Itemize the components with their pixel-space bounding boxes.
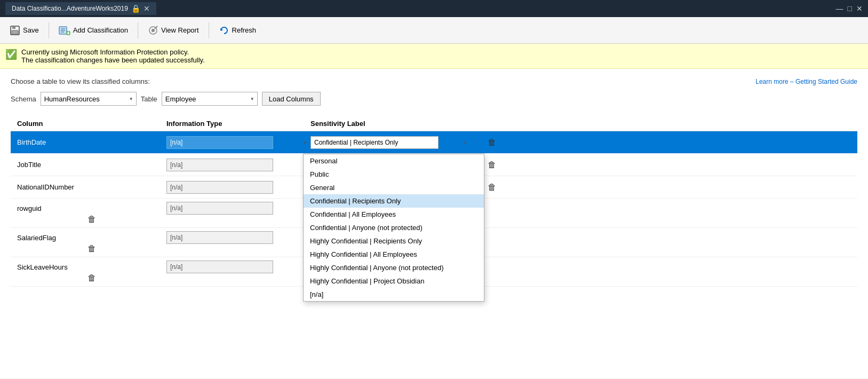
col-header-sensitivity: Sensitivity Label	[310, 120, 471, 128]
sensitivity-select-birthdate[interactable]: Confidential | Recipients Only	[310, 136, 439, 149]
minimize-button[interactable]: —	[836, 4, 843, 13]
toolbar-separator-2	[138, 22, 138, 38]
delete-button-rowguid[interactable]: 🗑	[17, 215, 166, 224]
view-report-button[interactable]: View Report	[142, 23, 204, 38]
toolbar-separator-3	[209, 22, 209, 38]
info-type-wrapper-salaried: [n/a]	[166, 231, 310, 244]
table-select[interactable]: Employee	[162, 92, 258, 106]
notification-line2: The classification changes have been upd…	[21, 56, 205, 64]
row-column-name: SalariedFlag	[17, 234, 166, 242]
row-column-name: rowguid	[17, 204, 166, 212]
row-column-name: SickLeaveHours	[17, 263, 166, 271]
table-area: BirthDate [n/a] Confidential | Recipient…	[11, 131, 857, 287]
delete-button-birthdate[interactable]: 🗑	[471, 138, 513, 147]
add-classification-label: Add Classification	[73, 26, 128, 34]
svg-point-11	[152, 29, 155, 32]
schema-label: Schema	[11, 95, 36, 103]
header-top: Choose a table to view its classified co…	[11, 77, 857, 85]
dropdown-item-personal[interactable]: Personal	[304, 154, 484, 168]
main-content: Choose a table to view its classified co…	[0, 69, 868, 378]
learn-more-link[interactable]: Learn more – Getting Started Guide	[755, 78, 857, 85]
save-button[interactable]: Save	[4, 23, 44, 38]
dropdown-item-highly-confidential-recipients[interactable]: Highly Confidential | Recipients Only	[304, 234, 484, 248]
title-bar-right: — □ ✕	[836, 4, 863, 13]
dropdown-item-highly-confidential-obsidian[interactable]: Highly Confidential | Project Obsidian	[304, 274, 484, 288]
add-classification-icon	[59, 25, 70, 36]
info-type-wrapper-sick: [n/a]	[166, 260, 310, 273]
row-column-name: JobTitle	[17, 161, 166, 169]
row-column-name: BirthDate	[17, 138, 166, 146]
notification-text: Currently using Microsoft Information Pr…	[21, 48, 205, 64]
view-report-label: View Report	[161, 26, 199, 34]
dropdown-item-general[interactable]: General	[304, 181, 484, 194]
table-select-wrapper: Employee	[162, 92, 258, 106]
info-type-select-rowguid[interactable]: [n/a]	[166, 202, 273, 215]
dropdown-item-highly-confidential-all-employees[interactable]: Highly Confidential | All Employees	[304, 248, 484, 261]
schema-select-wrapper: HumanResources	[41, 92, 137, 106]
success-check-icon: ✅	[5, 48, 17, 61]
choose-label: Choose a table to view its classified co…	[11, 77, 150, 85]
title-text: Data Classificatio...AdventureWorks2019	[12, 5, 128, 12]
pin-button[interactable]: 🔒	[131, 4, 140, 13]
table-row[interactable]: BirthDate [n/a] Confidential | Recipient…	[11, 131, 857, 154]
add-classification-button[interactable]: Add Classification	[53, 23, 133, 38]
notification-bar: ✅ Currently using Microsoft Information …	[0, 44, 868, 69]
toolbar-separator-1	[49, 22, 49, 38]
row-column-name: NationalIDNumber	[17, 183, 166, 191]
toolbar: Save Add Classification View Report Refr…	[0, 17, 868, 44]
dropdown-item-public[interactable]: Public	[304, 168, 484, 181]
refresh-label: Refresh	[232, 26, 257, 34]
delete-button-salaried[interactable]: 🗑	[17, 244, 166, 254]
dropdown-item-confidential-recipients[interactable]: Confidential | Recipients Only	[304, 194, 484, 208]
close-window-button[interactable]: ✕	[856, 4, 863, 13]
notification-line1: Currently using Microsoft Information Pr…	[21, 48, 205, 56]
load-columns-button[interactable]: Load Columns	[262, 92, 321, 106]
save-label: Save	[23, 26, 39, 34]
sensitivity-wrapper-birthdate: Confidential | Recipients Only	[310, 136, 471, 149]
view-report-icon	[148, 25, 158, 36]
refresh-icon	[219, 25, 229, 36]
dropdown-item-na[interactable]: [n/a]	[304, 288, 484, 301]
info-type-select-salaried[interactable]: [n/a]	[166, 231, 273, 244]
title-tab: Data Classificatio...AdventureWorks2019 …	[5, 2, 156, 15]
info-type-select-jobtitle[interactable]: [n/a]	[166, 159, 273, 171]
dropdown-item-highly-confidential-anyone[interactable]: Highly Confidential | Anyone (not protec…	[304, 261, 484, 274]
col-header-column: Column	[17, 120, 166, 128]
maximize-button[interactable]: □	[848, 4, 852, 13]
info-type-select-national[interactable]: [n/a]	[166, 181, 273, 194]
close-tab-button[interactable]: ✕	[144, 4, 150, 13]
table-label: Table	[141, 95, 157, 103]
info-type-wrapper-national: [n/a]	[166, 181, 310, 194]
info-type-select-sick[interactable]: [n/a]	[166, 260, 273, 273]
sensitivity-dropdown: Personal Public General Confidential | R…	[303, 154, 484, 302]
info-type-wrapper-jobtitle: [n/a]	[166, 159, 310, 171]
title-bar-left: Data Classificatio...AdventureWorks2019 …	[5, 2, 156, 15]
svg-rect-1	[12, 26, 15, 29]
info-type-select-birthdate[interactable]: [n/a]	[166, 136, 273, 149]
save-icon	[10, 25, 20, 36]
title-bar: Data Classificatio...AdventureWorks2019 …	[0, 0, 868, 17]
refresh-button[interactable]: Refresh	[213, 23, 262, 38]
dropdown-item-confidential-anyone[interactable]: Confidential | Anyone (not protected)	[304, 221, 484, 234]
col-header-actions	[471, 120, 513, 128]
dropdown-item-confidential-all-employees[interactable]: Confidential | All Employees	[304, 208, 484, 221]
info-type-wrapper-birthdate: [n/a]	[166, 136, 310, 149]
col-header-info-type: Information Type	[166, 120, 310, 128]
schema-select[interactable]: HumanResources	[41, 92, 137, 106]
info-type-wrapper-rowguid: [n/a]	[166, 202, 310, 215]
delete-button-sick[interactable]: 🗑	[17, 273, 166, 283]
column-headers: Column Information Type Sensitivity Labe…	[11, 116, 857, 131]
svg-rect-2	[12, 30, 18, 34]
schema-table-row: Schema HumanResources Table Employee Loa…	[11, 92, 857, 106]
